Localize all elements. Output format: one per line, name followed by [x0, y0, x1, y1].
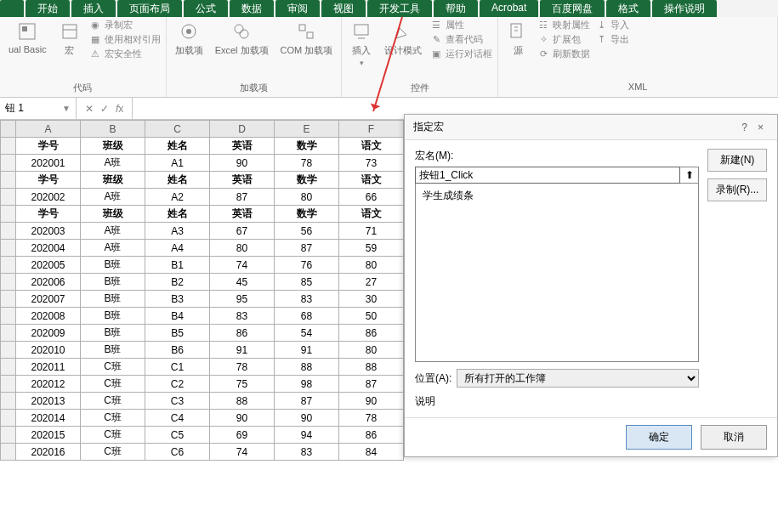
cell[interactable]: 202009: [16, 325, 81, 342]
map-props-option[interactable]: ☷映射属性: [537, 19, 590, 31]
new-button[interactable]: 新建(N): [707, 149, 767, 172]
table-row[interactable]: 学号班级姓名英语数学语文: [1, 172, 404, 189]
cell[interactable]: 87: [210, 189, 275, 206]
cell[interactable]: 姓名: [145, 206, 210, 223]
cell[interactable]: 数学: [275, 206, 339, 223]
cell[interactable]: 202001: [16, 155, 81, 172]
row-header[interactable]: [1, 138, 16, 155]
cell[interactable]: 202004: [16, 240, 81, 257]
cell[interactable]: 90: [275, 410, 339, 427]
column-header[interactable]: E: [275, 121, 339, 138]
cell[interactable]: A2: [145, 189, 210, 206]
ribbon-tab[interactable]: 页面布局: [117, 0, 182, 17]
record-macro-option[interactable]: ◉录制宏: [89, 19, 161, 31]
cell[interactable]: 45: [210, 274, 275, 291]
cell[interactable]: C班: [81, 410, 145, 427]
table-row[interactable]: 202001A班A1907873: [1, 155, 404, 172]
table-row[interactable]: 202011C班C1788888: [1, 359, 404, 376]
cell[interactable]: 86: [210, 325, 275, 342]
cell[interactable]: 202005: [16, 257, 81, 274]
ribbon-tab[interactable]: 操作说明: [652, 0, 717, 17]
cell[interactable]: C6: [145, 444, 210, 461]
cell[interactable]: C2: [145, 376, 210, 393]
cell[interactable]: 91: [275, 342, 339, 359]
cell[interactable]: C5: [145, 427, 210, 444]
table-row[interactable]: 202016C班C6748384: [1, 444, 404, 461]
column-header[interactable]: F: [339, 121, 404, 138]
cancel-icon[interactable]: ✕: [85, 103, 94, 115]
ribbon-tab[interactable]: 插入: [71, 0, 116, 17]
table-row[interactable]: 202007B班B3958330: [1, 291, 404, 308]
row-header[interactable]: [1, 376, 16, 393]
cell[interactable]: 54: [275, 325, 339, 342]
export-option[interactable]: ⤒导出: [595, 33, 629, 46]
cell[interactable]: 班级: [81, 172, 145, 189]
cell[interactable]: 班级: [81, 206, 145, 223]
cell[interactable]: 80: [275, 189, 339, 206]
cell[interactable]: 98: [275, 376, 339, 393]
table-row[interactable]: 202012C班C2759887: [1, 376, 404, 393]
row-header[interactable]: [1, 342, 16, 359]
cell[interactable]: C班: [81, 376, 145, 393]
row-header[interactable]: [1, 410, 16, 427]
run-dialog-option[interactable]: ▣运行对话框: [430, 48, 492, 60]
table-row[interactable]: 202014C班C4909078: [1, 410, 404, 427]
cell[interactable]: 91: [210, 342, 275, 359]
cell[interactable]: C4: [145, 410, 210, 427]
macro-name-input[interactable]: [415, 167, 680, 184]
relative-ref-option[interactable]: ▦使用相对引用: [89, 33, 161, 46]
table-row[interactable]: 202005B班B1747680: [1, 257, 404, 274]
visual-basic-button[interactable]: ual Basic: [5, 19, 50, 56]
cell[interactable]: 90: [210, 155, 275, 172]
cell[interactable]: 88: [210, 393, 275, 410]
row-header[interactable]: [1, 444, 16, 461]
insert-control-button[interactable]: 插入▾: [347, 19, 376, 69]
help-button[interactable]: ?: [736, 122, 752, 133]
cell[interactable]: 88: [339, 359, 404, 376]
cell[interactable]: 83: [275, 291, 339, 308]
cell[interactable]: 学号: [16, 138, 81, 155]
table-row[interactable]: 202013C班C3888790: [1, 393, 404, 410]
cell[interactable]: 202014: [16, 410, 81, 427]
cell[interactable]: 英语: [210, 172, 275, 189]
cell[interactable]: 78: [275, 155, 339, 172]
row-header[interactable]: [1, 206, 16, 223]
cell[interactable]: 数学: [275, 172, 339, 189]
row-header[interactable]: [1, 427, 16, 444]
cell[interactable]: 85: [275, 274, 339, 291]
ok-button[interactable]: 确定: [626, 425, 692, 450]
cell[interactable]: B6: [145, 342, 210, 359]
cell[interactable]: 74: [210, 257, 275, 274]
expansion-option[interactable]: ✧扩展包: [537, 33, 590, 46]
cell[interactable]: 71: [339, 223, 404, 240]
ribbon-tab[interactable]: 开发工具: [367, 0, 432, 17]
cell[interactable]: 78: [210, 359, 275, 376]
cell[interactable]: 语文: [339, 172, 404, 189]
macro-list[interactable]: 学生成绩条: [415, 184, 699, 362]
location-select[interactable]: 所有打开的工作簿: [457, 369, 699, 388]
cell[interactable]: A班: [81, 189, 145, 206]
row-header[interactable]: [1, 325, 16, 342]
cell[interactable]: A4: [145, 240, 210, 257]
chevron-down-icon[interactable]: ▼: [62, 104, 71, 113]
cell[interactable]: 87: [275, 240, 339, 257]
cell[interactable]: 94: [275, 427, 339, 444]
cell[interactable]: 87: [275, 393, 339, 410]
cell[interactable]: 202011: [16, 359, 81, 376]
row-header[interactable]: [1, 172, 16, 189]
properties-option[interactable]: ☰属性: [430, 19, 492, 31]
cell[interactable]: 59: [339, 240, 404, 257]
cell[interactable]: 英语: [210, 206, 275, 223]
cell[interactable]: B3: [145, 291, 210, 308]
cancel-button[interactable]: 取消: [701, 425, 767, 450]
cell[interactable]: 90: [339, 393, 404, 410]
table-row[interactable]: 202004A班A4808759: [1, 240, 404, 257]
cell[interactable]: 202013: [16, 393, 81, 410]
cell[interactable]: 83: [275, 444, 339, 461]
cell[interactable]: 学号: [16, 206, 81, 223]
row-header[interactable]: [1, 189, 16, 206]
ribbon-tab[interactable]: [0, 0, 24, 17]
cell[interactable]: 88: [275, 359, 339, 376]
addins-button[interactable]: 加载项: [172, 19, 207, 59]
cell[interactable]: 83: [210, 308, 275, 325]
